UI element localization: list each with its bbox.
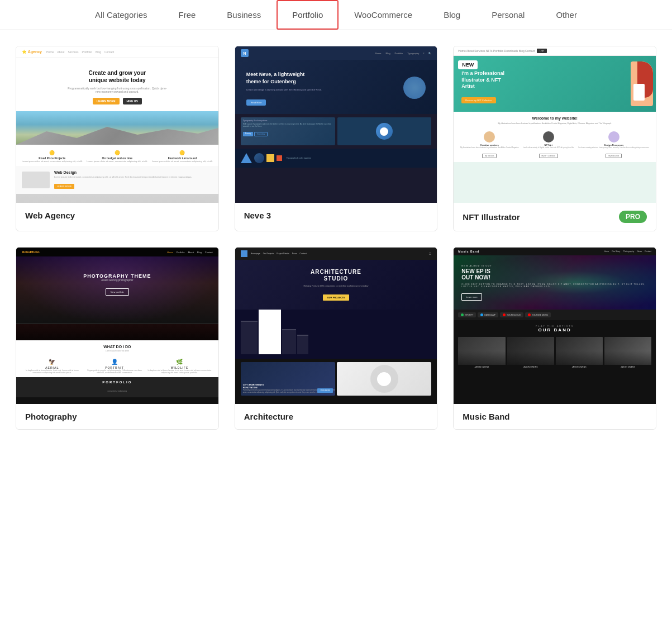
- theme-preview-neve-3: N HomeBlogPortfolioTypographyf🔍 Meet Nev…: [235, 46, 437, 203]
- theme-preview-architecture: HomepageOur ProjectsProject DetailsNewsC…: [235, 248, 437, 404]
- theme-footer-photography: Photography: [16, 404, 218, 429]
- tab-woocommerce[interactable]: WooCommerce: [339, 0, 428, 30]
- themes-grid: ⭐ Agency HomeAboutServicesPortfolioBlogC…: [0, 30, 672, 445]
- new-badge: NEW: [458, 60, 478, 69]
- theme-card-web-agency[interactable]: ⭐ Agency HomeAboutServicesPortfolioBlogC…: [16, 46, 219, 231]
- tab-blog[interactable]: Blog: [428, 0, 476, 30]
- theme-preview-web-agency: ⭐ Agency HomeAboutServicesPortfolioBlogC…: [16, 46, 218, 203]
- tab-free[interactable]: Free: [163, 0, 211, 30]
- theme-footer-architecture: Architecture: [235, 404, 437, 429]
- theme-name-photography: Photography: [25, 412, 77, 421]
- theme-preview-photography: RoksPhoto HomePortfolioAboutBlogContact …: [16, 248, 218, 404]
- theme-preview-nft-illustrator: Home About Services NFTs Portfolio Downl…: [454, 46, 656, 203]
- nav-tabs-container: All Categories Free Business Portfolio W…: [0, 0, 672, 30]
- tab-other[interactable]: Other: [540, 0, 593, 30]
- theme-name-nft-illustrator: NFT Illustrator: [463, 212, 520, 222]
- theme-card-neve-3[interactable]: N HomeBlogPortfolioTypographyf🔍 Meet Nev…: [235, 46, 438, 231]
- theme-name-music-band: Music Band: [463, 412, 509, 421]
- theme-footer-web-agency: Web Agency: [16, 203, 218, 228]
- tab-business[interactable]: Business: [211, 0, 277, 30]
- theme-footer-music-band: Music Band: [454, 404, 656, 429]
- tab-personal[interactable]: Personal: [476, 0, 540, 30]
- category-nav: All Categories Free Business Portfolio W…: [0, 0, 672, 30]
- theme-name-architecture: Architecture: [244, 412, 293, 421]
- pro-badge-nft: PRO: [619, 211, 647, 223]
- theme-preview-music-band: Music Band HomeOur StoryPhotographyNewsC…: [454, 248, 656, 404]
- theme-card-music-band[interactable]: Music Band HomeOur StoryPhotographyNewsC…: [453, 247, 656, 430]
- theme-name-neve-3: Neve 3: [244, 211, 271, 220]
- tab-portfolio[interactable]: Portfolio: [277, 0, 339, 30]
- tab-all-categories[interactable]: All Categories: [79, 0, 163, 30]
- theme-name-web-agency: Web Agency: [25, 211, 75, 220]
- theme-card-nft-illustrator[interactable]: Home About Services NFTs Portfolio Downl…: [453, 46, 656, 231]
- theme-footer-neve-3: Neve 3: [235, 203, 437, 228]
- theme-card-architecture[interactable]: HomepageOur ProjectsProject DetailsNewsC…: [235, 247, 438, 430]
- theme-card-photography[interactable]: RoksPhoto HomePortfolioAboutBlogContact …: [16, 247, 219, 430]
- theme-footer-nft-illustrator: NFT Illustrator PRO: [454, 203, 656, 231]
